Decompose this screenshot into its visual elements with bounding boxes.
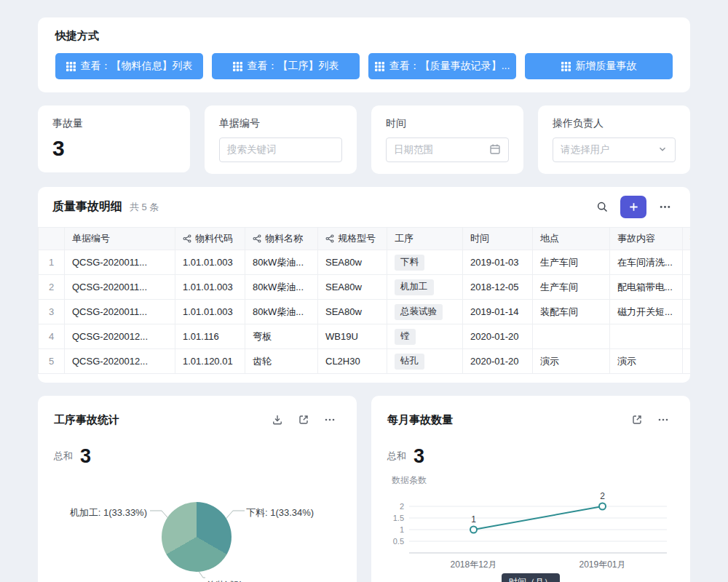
pie-slice-label: 下料: 1(33.34%) (246, 506, 314, 519)
table-row[interactable]: 5QCSG-2020012...1.01.120.01齿轮CL2H30钻孔202… (39, 349, 691, 374)
row-index-cell: 4 (39, 324, 65, 349)
date-range-input[interactable]: 日期范围 (386, 137, 509, 162)
table-actions (591, 196, 676, 218)
place-cell: 生产车间 (533, 275, 610, 300)
column-header-label: 物料名称 (265, 232, 303, 245)
place-cell: 演示 (533, 349, 610, 374)
place-cell (533, 324, 610, 349)
monthly-count-actions (626, 409, 674, 431)
process-stats-card: 工序事故统计 总和 3 (38, 396, 357, 582)
more-menu-icon-button[interactable] (319, 409, 341, 431)
material-code-cell: 1.01.01.003 (175, 250, 245, 275)
process-stats-header: 工序事故统计 (54, 409, 341, 431)
shortcut-button[interactable]: 查看：【质量事故记录】... (368, 53, 516, 79)
grid-icon (233, 62, 242, 71)
shortcut-button-label: 查看：【工序】列表 (248, 60, 339, 73)
operator-select[interactable]: 请选择用户 (553, 137, 676, 162)
content-cell: 在车间清洗... (610, 250, 683, 275)
time-filter-card: 时间 日期范围 (371, 105, 523, 174)
time-label: 时间 (386, 117, 509, 130)
doc-number-placeholder: 搜索关键词 (227, 143, 277, 156)
linked-field-icon (325, 234, 334, 243)
table-row[interactable]: 1QCSG-2020011...1.01.01.00380kW柴油...SEA8… (39, 250, 691, 275)
process-stats-title: 工序事故统计 (54, 413, 119, 427)
process-cell: 总装试验 (387, 300, 463, 324)
linked-field-icon (253, 234, 261, 243)
operator-cell (683, 250, 691, 275)
shortcuts-card: 快捷方式 查看：【物料信息】列表查看：【工序】列表查看：【质量事故记录】...新… (38, 17, 690, 92)
add-record-button[interactable] (620, 196, 646, 218)
incident-count-value: 3 (52, 136, 175, 161)
open-fullscreen-icon-button[interactable] (626, 409, 648, 431)
column-header-label: 地点 (540, 232, 559, 245)
column-header-label: 工序 (395, 232, 414, 245)
svg-text:1: 1 (400, 525, 404, 534)
material-name-cell: 弯板 (245, 324, 318, 349)
chevron-down-icon (657, 144, 668, 156)
content-cell: 磁力开关短... (610, 300, 683, 324)
open-fullscreen-icon-button[interactable] (293, 409, 314, 431)
process-tag: 机加工 (395, 279, 434, 295)
content-cell: 演示 (610, 349, 683, 374)
shortcut-button[interactable]: 新增质量事故 (525, 53, 673, 79)
row-index-cell: 5 (39, 349, 65, 374)
svg-text:2: 2 (600, 491, 605, 501)
material-code-cell: 1.01.120.01 (175, 349, 245, 374)
svg-text:2018年12月: 2018年12月 (450, 559, 496, 570)
shortcuts-title: 快捷方式 (55, 29, 673, 43)
svg-text:数据条数: 数据条数 (392, 475, 427, 485)
doc-number-search-input[interactable]: 搜索关键词 (219, 137, 342, 162)
more-menu-icon-button[interactable] (652, 409, 674, 431)
operator-cell (683, 324, 691, 349)
material-name-cell: 80kW柴油... (245, 300, 318, 324)
grid-icon (66, 62, 76, 71)
table-scroll-area[interactable]: 单据编号物料代码物料名称规格型号工序时间地点事故内容操作负责人 1QCSG-20… (38, 227, 690, 374)
svg-text:0.5: 0.5 (393, 537, 404, 546)
operator-cell (683, 300, 691, 324)
material-code-cell: 1.01.116 (175, 324, 245, 349)
table-title: 质量事故明细 (52, 199, 122, 215)
process-tag: 镗 (395, 329, 416, 345)
process-tag: 总装试验 (395, 304, 443, 320)
doc-number-filter-card: 单据编号 搜索关键词 (205, 105, 357, 174)
column-header-label: 物料代码 (195, 232, 233, 245)
incident-table-card: 质量事故明细 共 5 条 单据编号物料代码物料名称规格型号工序时间地点事故内容 (38, 187, 690, 383)
row-index-cell: 1 (39, 250, 65, 275)
material-name-cell: 80kW柴油... (245, 275, 318, 300)
date-cell: 2020-01-20 (463, 324, 533, 349)
export-image-icon-button[interactable] (266, 409, 288, 431)
process-cell: 钻孔 (387, 349, 463, 374)
column-header-label: 事故内容 (617, 232, 655, 245)
place-cell: 生产车间 (533, 250, 610, 275)
column-header-label: 时间 (470, 232, 489, 245)
incident-count-card: 事故量 3 (38, 105, 190, 172)
shortcut-button-label: 新增质量事故 (576, 60, 637, 73)
date-cell: 2020-01-20 (463, 349, 533, 374)
search-icon-button[interactable] (591, 196, 613, 218)
pie-chart[interactable] (162, 502, 232, 572)
process-tag: 钻孔 (395, 354, 424, 370)
doc-no-cell: QCSG-2020012... (65, 349, 175, 374)
table-row[interactable]: 2QCSG-2020011...1.01.01.00380kW柴油...SEA8… (39, 275, 691, 300)
monthly-count-header: 每月事故数量 (387, 409, 674, 431)
doc-no-cell: QCSG-2020011... (65, 275, 175, 300)
total-label: 总和 (54, 450, 73, 463)
process-cell: 镗 (387, 324, 463, 349)
column-header: 物料名称 (245, 228, 318, 250)
table-row[interactable]: 4QCSG-2020012...1.01.116弯板WB19U镗2020-01-… (39, 324, 691, 349)
x-axis-title-pill: 时间（月） (502, 573, 560, 582)
material-name-cell: 齿轮 (245, 349, 318, 374)
total-value: 3 (80, 445, 91, 468)
table-row[interactable]: 3QCSG-2020011...1.01.01.00380kW柴油...SEA8… (39, 300, 691, 324)
doc-no-cell: QCSG-2020011... (65, 300, 175, 324)
shortcut-button-row: 查看：【物料信息】列表查看：【工序】列表查看：【质量事故记录】...新增质量事故 (55, 53, 673, 79)
line-chart[interactable]: 数据条数0.511.522018年12月2019年01月12 (387, 473, 674, 582)
dashboard-page: 快捷方式 查看：【物料信息】列表查看：【工序】列表查看：【质量事故记录】...新… (0, 0, 728, 582)
column-header-label: 单据编号 (72, 232, 110, 245)
shortcut-button[interactable]: 查看：【物料信息】列表 (55, 53, 203, 79)
table-header-bar: 质量事故明细 共 5 条 (38, 187, 690, 227)
shortcut-button[interactable]: 查看：【工序】列表 (212, 53, 360, 79)
more-menu-icon-button[interactable] (654, 196, 676, 218)
material-code-cell: 1.01.01.003 (175, 275, 245, 300)
calendar-icon (489, 143, 501, 157)
